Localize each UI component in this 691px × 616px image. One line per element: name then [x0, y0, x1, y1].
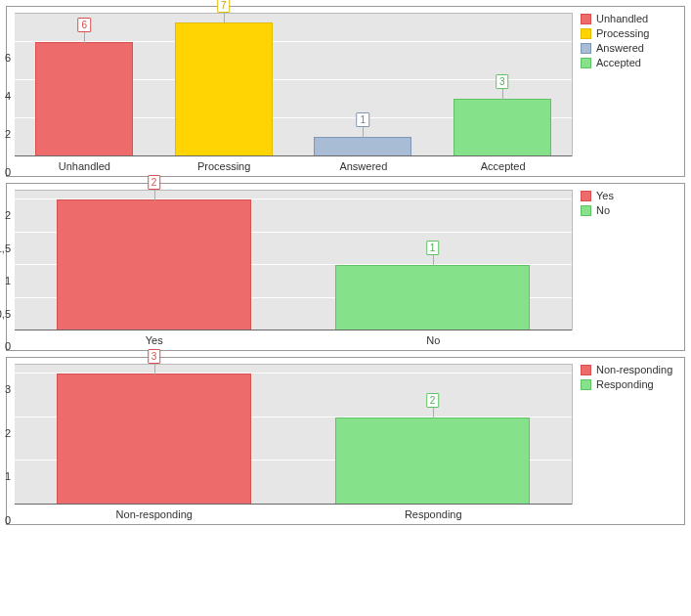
- y-tick-label: 1,5: [0, 242, 11, 254]
- plot-area: 21: [15, 190, 573, 330]
- legend-swatch: [581, 191, 591, 201]
- bar-label-stem: [363, 126, 364, 138]
- legend-label: Non-responding: [596, 364, 672, 375]
- legend-swatch: [581, 365, 591, 375]
- legend-swatch: [581, 43, 591, 54]
- bar-slot: 3: [15, 365, 293, 505]
- bar-label-stem: [224, 12, 225, 23]
- bar-slot: 2: [293, 365, 572, 505]
- y-tick-label: 2: [5, 427, 11, 439]
- legend-swatch: [581, 58, 591, 68]
- bar-value-label: 1: [356, 112, 369, 127]
- bar-slot: 7: [154, 14, 294, 156]
- bar-slot: 6: [15, 14, 154, 156]
- legend-label: Responding: [596, 378, 654, 390]
- bar-value-label: 2: [148, 175, 161, 190]
- plot-area: 32: [15, 364, 573, 505]
- legend-item: Accepted: [581, 57, 680, 68]
- bars: 32: [15, 365, 572, 505]
- bar-value-label: 7: [217, 0, 231, 13]
- bars: 6713: [15, 14, 572, 156]
- bar: 6: [35, 42, 133, 156]
- legend-item: Responding: [581, 378, 680, 390]
- y-tick-label: 0: [5, 340, 11, 352]
- x-axis: UnhandledProcessingAnsweredAccepted: [15, 156, 573, 172]
- bars: 21: [15, 191, 572, 330]
- y-tick-label: 3: [5, 383, 11, 395]
- bar: 7: [175, 22, 273, 156]
- bar-value-label: 3: [148, 349, 161, 364]
- x-tick-label: Processing: [154, 156, 294, 172]
- x-tick-label: Answered: [294, 156, 434, 172]
- y-tick-label: 2: [5, 209, 11, 221]
- y-tick-label: 2: [5, 128, 11, 140]
- x-tick-label: Yes: [15, 330, 294, 346]
- baseline: [15, 155, 572, 156]
- plot-wrap: 32Non-respondingResponding: [15, 364, 573, 520]
- chart-main: 00,511,5221YesNo: [7, 184, 577, 350]
- legend-item: Answered: [581, 42, 680, 54]
- bar-slot: 2: [15, 191, 293, 330]
- plot-wrap: 6713UnhandledProcessingAnsweredAccepted: [15, 13, 573, 172]
- bar-slot: 3: [433, 14, 573, 156]
- bar: 3: [453, 99, 551, 156]
- y-tick-label: 0: [5, 514, 11, 526]
- legend-item: Unhandled: [581, 13, 680, 24]
- baseline: [15, 504, 572, 505]
- bar-label-stem: [154, 363, 155, 374]
- chart-main: 02466713UnhandledProcessingAnsweredAccep…: [7, 7, 577, 176]
- bar-value-label: 3: [496, 74, 509, 89]
- charts-container: 02466713UnhandledProcessingAnsweredAccep…: [6, 6, 685, 525]
- legend: YesNo: [577, 184, 684, 350]
- bar-value-label: 2: [426, 393, 440, 408]
- bar-slot: 1: [293, 191, 572, 330]
- legend-swatch: [581, 28, 591, 39]
- chart-panel: 012332Non-respondingRespondingNon-respon…: [6, 357, 685, 525]
- bar: 1: [314, 137, 411, 156]
- bar-label-stem: [502, 88, 503, 100]
- legend-item: Processing: [581, 27, 680, 39]
- y-tick-label: 0,5: [0, 308, 11, 320]
- legend-item: Non-responding: [581, 364, 680, 375]
- y-tick-label: 1: [5, 275, 11, 286]
- bar-label-stem: [154, 189, 155, 200]
- bar: 1: [335, 265, 531, 330]
- legend-label: Yes: [596, 190, 614, 201]
- x-tick-label: No: [294, 330, 574, 346]
- legend-label: Processing: [596, 27, 649, 39]
- bar-label-stem: [433, 254, 434, 266]
- plot-area: 6713: [15, 13, 573, 156]
- x-tick-label: Unhandled: [15, 156, 154, 172]
- x-tick-label: Accepted: [433, 156, 573, 172]
- y-tick-label: 4: [5, 90, 11, 102]
- baseline: [15, 330, 572, 330]
- x-tick-label: Responding: [294, 505, 574, 520]
- legend: UnhandledProcessingAnsweredAccepted: [577, 7, 684, 176]
- x-tick-label: Non-responding: [15, 505, 294, 520]
- bar-label-stem: [433, 407, 434, 418]
- plot-wrap: 21YesNo: [15, 190, 573, 346]
- legend-label: Accepted: [596, 57, 641, 68]
- legend-swatch: [581, 205, 591, 216]
- legend-item: Yes: [581, 190, 680, 201]
- bar: 3: [57, 374, 252, 505]
- bar: 2: [335, 418, 531, 505]
- bar: 2: [57, 199, 252, 330]
- legend-item: No: [581, 204, 680, 216]
- x-axis: Non-respondingResponding: [15, 505, 573, 520]
- bar-value-label: 6: [77, 18, 91, 32]
- y-tick-label: 6: [5, 52, 11, 64]
- x-axis: YesNo: [15, 330, 573, 346]
- y-tick-label: 0: [5, 166, 11, 178]
- legend-label: No: [596, 204, 610, 216]
- chart-panel: 02466713UnhandledProcessingAnsweredAccep…: [6, 6, 685, 177]
- bar-value-label: 1: [426, 241, 440, 255]
- chart-panel: 00,511,5221YesNoYesNo: [6, 183, 685, 351]
- legend-swatch: [581, 14, 591, 24]
- bar-slot: 1: [293, 14, 433, 156]
- legend-label: Unhandled: [596, 13, 648, 24]
- bar-label-stem: [84, 31, 85, 43]
- y-tick-label: 1: [5, 470, 11, 482]
- legend-label: Answered: [596, 42, 644, 54]
- chart-main: 012332Non-respondingResponding: [7, 358, 577, 524]
